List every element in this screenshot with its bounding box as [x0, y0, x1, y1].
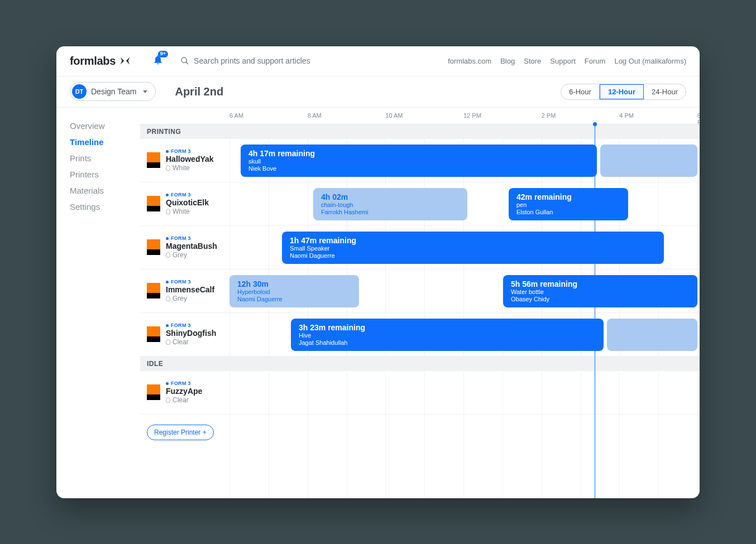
sidebar-item-printers[interactable]: Printers	[70, 166, 140, 182]
search-box[interactable]	[180, 56, 339, 65]
printer-icon	[147, 196, 160, 211]
job-name: Water bottle	[511, 288, 697, 296]
job-name: Small Speaker	[290, 245, 664, 253]
search-input[interactable]	[194, 56, 339, 65]
printer-info[interactable]: FORM 3 HallowedYak White	[140, 148, 229, 172]
time-tick: 6 PM	[697, 112, 700, 126]
droplet-icon	[166, 296, 170, 301]
topbar: formlabs 9+ formlabs.com Blog Store Supp…	[56, 46, 700, 76]
job-duration: 42m remaining	[516, 192, 628, 201]
printer-info[interactable]: FORM 3 QuixoticElk White	[140, 192, 229, 215]
printer-material: White	[166, 164, 214, 172]
printer-name: ShinyDogfish	[166, 329, 216, 338]
print-job-bar[interactable]: 5h 56m remaining Water bottle Obasey Chi…	[503, 275, 697, 307]
printer-name: HallowedYak	[166, 155, 214, 163]
printer-info[interactable]: FORM 3 ShinyDogfish Clear	[140, 322, 229, 346]
top-nav: formlabs.com Blog Store Support Forum Lo…	[448, 57, 686, 65]
sidebar-item-timeline[interactable]: Timeline	[70, 134, 140, 150]
time-axis: 6 AM8 AM10 AM12 PM2 PM4 PM6 PM	[140, 108, 700, 124]
printer-row: FORM 3 ShinyDogfish Clear 3h 23m remaini…	[140, 313, 700, 357]
print-job-bar[interactable]: 3h 23m remaining Hive Jagat Shahidullah	[291, 319, 604, 351]
nav-store[interactable]: Store	[524, 57, 541, 65]
sidebar-item-overview[interactable]: Overview	[70, 118, 140, 134]
sidebar-item-settings[interactable]: Settings	[70, 199, 140, 215]
register-printer-button[interactable]: Register Printer +	[147, 425, 214, 440]
print-job-bar[interactable]: 4h 02m chain-tough Farrokh Hashemi	[313, 188, 467, 220]
print-job-bar[interactable]: 1h 47m remaining Small Speaker Naomi Dag…	[282, 232, 664, 264]
app-window: formlabs 9+ formlabs.com Blog Store Supp…	[56, 46, 700, 498]
svg-line-1	[186, 62, 188, 64]
team-picker[interactable]: DT Design Team	[70, 82, 156, 101]
job-duration: 1h 47m remaining	[290, 236, 664, 245]
printer-model-badge: FORM 3	[166, 148, 214, 154]
time-tick: 6 AM	[229, 112, 243, 119]
print-job-bar[interactable]: 12h 30m Hyperboloid Naomi Daguerre	[229, 275, 359, 307]
printer-info[interactable]: FORM 3 ImmenseCalf Grey	[140, 279, 229, 302]
nav-blog[interactable]: Blog	[500, 57, 515, 65]
printer-icon	[147, 384, 160, 400]
time-tick: 4 PM	[619, 112, 634, 119]
printer-model-badge: FORM 3	[166, 381, 202, 386]
job-owner: Naomi Daguerre	[237, 296, 359, 304]
team-avatar: DT	[72, 84, 87, 99]
printer-name: ImmenseCalf	[166, 285, 214, 294]
notification-badge: 9+	[158, 51, 168, 57]
job-owner: Jagat Shahidullah	[299, 339, 604, 347]
main-content: Overview Timeline Prints Printers Materi…	[56, 108, 700, 498]
job-name: chain-tough	[321, 201, 467, 209]
printer-timeline-track: 3h 23m remaining Hive Jagat Shahidullah	[229, 313, 700, 356]
print-job-bar[interactable]: 42m remaining pen Elston Gullan	[509, 188, 628, 220]
job-owner: Farrokh Hashemi	[321, 209, 467, 216]
printer-icon	[147, 283, 160, 299]
printer-material: White	[166, 208, 209, 215]
scale-24hour[interactable]: 24-Hour	[644, 84, 686, 99]
job-duration: 4h 17m remaining	[248, 149, 597, 158]
printer-icon	[147, 326, 160, 342]
printer-info[interactable]: FORM 3 FuzzyApe Clear	[140, 381, 229, 404]
printer-model-badge: FORM 3	[166, 322, 216, 328]
printer-row: FORM 3 HallowedYak White 4h 17m remainin…	[140, 139, 700, 182]
nav-formlabs[interactable]: formlabs.com	[448, 57, 491, 65]
printer-model-badge: FORM 3	[166, 192, 209, 198]
job-owner: Elston Gullan	[516, 209, 628, 216]
scale-12hour[interactable]: 12-Hour	[600, 84, 644, 99]
time-tick: 10 AM	[385, 112, 403, 119]
nav-forum[interactable]: Forum	[585, 57, 606, 65]
search-icon	[180, 56, 189, 65]
droplet-icon	[166, 165, 170, 171]
printer-timeline-track: 4h 02m chain-tough Farrokh Hashemi 42m r…	[229, 182, 700, 225]
printer-info[interactable]: FORM 3 MagentaBush Grey	[140, 235, 229, 259]
job-name: pen	[516, 201, 628, 209]
brand-logo[interactable]: formlabs	[70, 55, 131, 68]
date-title: April 2nd	[175, 85, 223, 98]
job-owner: Niek Bove	[248, 165, 597, 173]
print-job-bar[interactable]	[600, 145, 697, 177]
droplet-icon	[166, 209, 170, 214]
print-job-bar[interactable]	[607, 319, 697, 351]
printer-row: FORM 3 QuixoticElk White 4h 02m chain-to…	[140, 182, 700, 226]
printer-icon	[147, 152, 160, 168]
printer-name: FuzzyApe	[166, 387, 202, 396]
print-job-bar[interactable]: 4h 17m remaining skull Niek Bove	[241, 145, 597, 177]
notifications-button[interactable]: 9+	[152, 54, 164, 68]
nav-support[interactable]: Support	[550, 57, 576, 65]
butterfly-icon	[119, 55, 131, 67]
printer-timeline-track: 1h 47m remaining Small Speaker Naomi Dag…	[229, 226, 700, 269]
timeline-content: 6 AM8 AM10 AM12 PM2 PM4 PM6 PM PRINTING …	[140, 108, 700, 498]
section-header: IDLE	[140, 357, 700, 371]
printer-row: FORM 3 FuzzyApe Clear	[140, 371, 700, 415]
sidebar-item-materials[interactable]: Materials	[70, 182, 140, 199]
section-header: PRINTING	[140, 124, 700, 139]
sidebar-item-prints[interactable]: Prints	[70, 150, 140, 166]
printer-row: FORM 3 MagentaBush Grey 1h 47m remaining…	[140, 226, 700, 269]
nav-logout[interactable]: Log Out (malikaforms)	[614, 57, 686, 65]
job-owner: Obasey Chidy	[511, 296, 697, 304]
job-duration: 3h 23m remaining	[299, 323, 604, 332]
scale-6hour[interactable]: 6-Hour	[561, 84, 600, 99]
droplet-icon	[166, 252, 170, 258]
printer-name: MagentaBush	[166, 242, 217, 251]
team-name: Design Team	[91, 87, 136, 96]
printer-timeline-track	[229, 371, 700, 414]
printer-row: FORM 3 ImmenseCalf Grey 12h 30m Hyperbol…	[140, 269, 700, 313]
time-tick: 8 AM	[308, 112, 322, 119]
